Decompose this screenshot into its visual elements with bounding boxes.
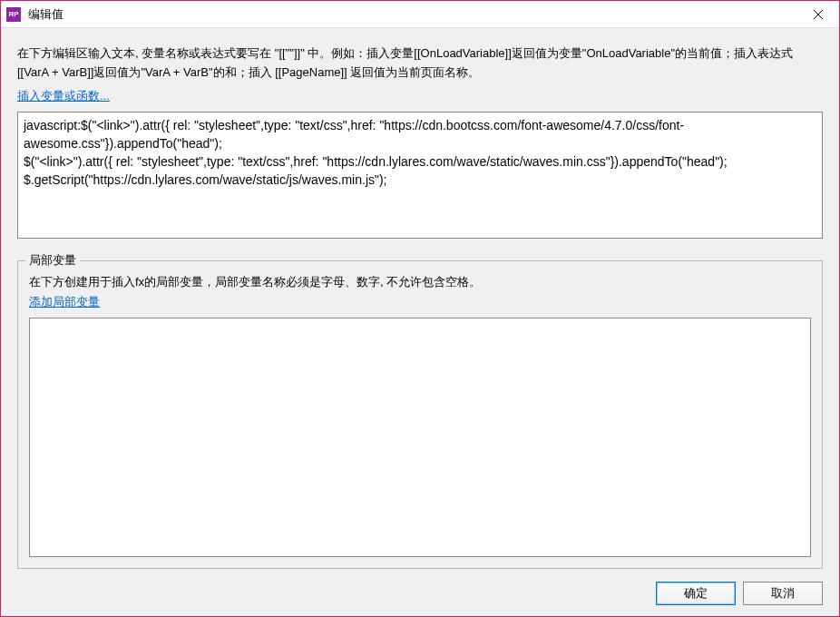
close-icon [814,10,823,19]
ok-button[interactable]: 确定 [656,582,736,605]
app-icon: RP [6,7,21,22]
instruction-text: 在下方编辑区输入文本, 变量名称或表达式要写在 "[[""]]" 中。例如：插入… [17,44,823,83]
dialog-content: 在下方编辑区输入文本, 变量名称或表达式要写在 "[[""]]" 中。例如：插入… [1,28,839,616]
close-button[interactable] [797,1,839,28]
local-variables-list[interactable] [29,318,811,557]
titlebar: RP 编辑值 [1,1,839,28]
cancel-button[interactable]: 取消 [743,582,823,605]
local-variables-legend: 局部变量 [25,252,80,269]
expression-textarea[interactable] [17,112,823,239]
local-variables-instruction: 在下方创建用于插入fx的局部变量，局部变量名称必须是字母、数字, 不允许包含空格… [29,274,811,290]
button-row: 确定 取消 [17,582,823,605]
local-variables-fieldset: 局部变量 在下方创建用于插入fx的局部变量，局部变量名称必须是字母、数字, 不允… [17,260,823,569]
add-local-variable-link[interactable]: 添加局部变量 [29,294,100,310]
insert-variable-link[interactable]: 插入变量或函数... [17,88,110,104]
window-title: 编辑值 [28,6,797,23]
